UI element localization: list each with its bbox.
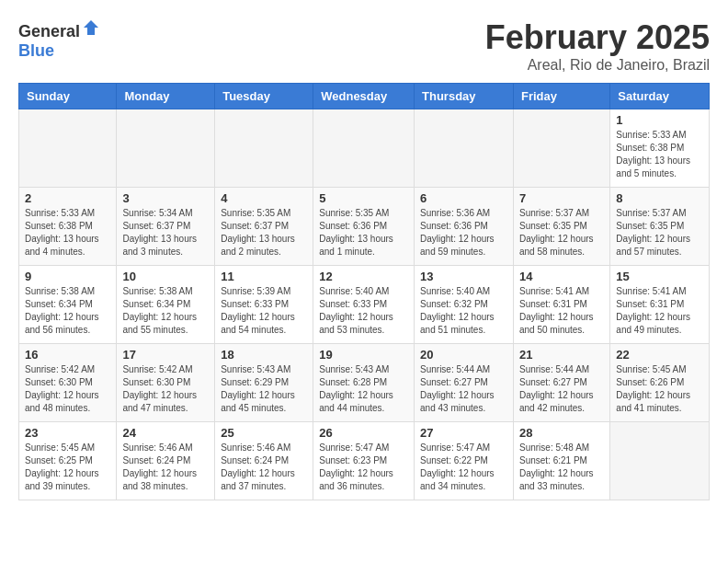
day-info: Sunrise: 5:38 AM Sunset: 6:34 PM Dayligh…: [122, 285, 209, 337]
day-info: Sunrise: 5:34 AM Sunset: 6:37 PM Dayligh…: [122, 207, 209, 259]
logo-text: General Blue: [18, 18, 100, 61]
svg-marker-0: [84, 20, 98, 35]
calendar-cell: 5Sunrise: 5:35 AM Sunset: 6:36 PM Daylig…: [313, 188, 415, 266]
calendar-cell: 9Sunrise: 5:38 AM Sunset: 6:34 PM Daylig…: [19, 266, 117, 344]
day-number: 18: [221, 348, 307, 362]
day-info: Sunrise: 5:43 AM Sunset: 6:29 PM Dayligh…: [221, 363, 307, 415]
day-info: Sunrise: 5:41 AM Sunset: 6:31 PM Dayligh…: [616, 285, 703, 337]
day-number: 20: [420, 348, 507, 362]
day-info: Sunrise: 5:47 AM Sunset: 6:22 PM Dayligh…: [420, 442, 507, 493]
title-area: February 2025 Areal, Rio de Janeiro, Bra…: [485, 18, 710, 74]
day-info: Sunrise: 5:42 AM Sunset: 6:30 PM Dayligh…: [25, 363, 110, 415]
day-number: 5: [319, 191, 408, 205]
calendar-cell: 7Sunrise: 5:37 AM Sunset: 6:35 PM Daylig…: [513, 188, 609, 266]
calendar-cell: 26Sunrise: 5:47 AM Sunset: 6:23 PM Dayli…: [313, 422, 415, 500]
calendar-cell: [19, 109, 117, 188]
calendar-cell: 25Sunrise: 5:46 AM Sunset: 6:24 PM Dayli…: [215, 422, 313, 500]
calendar-cell: 17Sunrise: 5:42 AM Sunset: 6:30 PM Dayli…: [117, 344, 215, 422]
day-number: 24: [122, 426, 209, 440]
day-info: Sunrise: 5:47 AM Sunset: 6:23 PM Dayligh…: [319, 442, 408, 493]
logo-general: General: [18, 22, 80, 40]
day-number: 22: [616, 348, 703, 362]
day-info: Sunrise: 5:33 AM Sunset: 6:38 PM Dayligh…: [616, 129, 703, 180]
calendar-table: SundayMondayTuesdayWednesdayThursdayFrid…: [18, 83, 710, 500]
calendar-cell: [117, 109, 215, 188]
day-info: Sunrise: 5:35 AM Sunset: 6:37 PM Dayligh…: [221, 207, 307, 259]
week-row: 9Sunrise: 5:38 AM Sunset: 6:34 PM Daylig…: [19, 266, 710, 344]
day-number: 13: [420, 270, 507, 283]
day-info: Sunrise: 5:35 AM Sunset: 6:36 PM Dayligh…: [319, 207, 408, 259]
day-number: 16: [25, 348, 110, 362]
day-info: Sunrise: 5:37 AM Sunset: 6:35 PM Dayligh…: [519, 207, 604, 259]
day-number: 9: [25, 270, 110, 283]
day-number: 1: [616, 113, 703, 127]
day-info: Sunrise: 5:45 AM Sunset: 6:26 PM Dayligh…: [616, 363, 703, 415]
day-number: 19: [319, 348, 408, 362]
day-number: 21: [519, 348, 604, 362]
day-number: 4: [221, 191, 307, 205]
day-info: Sunrise: 5:42 AM Sunset: 6:30 PM Dayligh…: [122, 363, 209, 415]
calendar-cell: 13Sunrise: 5:40 AM Sunset: 6:32 PM Dayli…: [415, 266, 514, 344]
day-number: 11: [221, 270, 307, 283]
day-number: 25: [221, 426, 307, 440]
week-row: 2Sunrise: 5:33 AM Sunset: 6:38 PM Daylig…: [19, 188, 710, 266]
weekday-header: Sunday: [19, 84, 117, 109]
week-row: 16Sunrise: 5:42 AM Sunset: 6:30 PM Dayli…: [19, 344, 710, 422]
day-number: 8: [616, 191, 703, 205]
calendar-cell: 14Sunrise: 5:41 AM Sunset: 6:31 PM Dayli…: [513, 266, 609, 344]
day-info: Sunrise: 5:38 AM Sunset: 6:34 PM Dayligh…: [25, 285, 110, 337]
day-number: 3: [122, 191, 209, 205]
day-number: 26: [319, 426, 408, 440]
weekday-header: Friday: [513, 84, 609, 109]
calendar-cell: 28Sunrise: 5:48 AM Sunset: 6:21 PM Dayli…: [513, 422, 609, 500]
calendar-cell: 15Sunrise: 5:41 AM Sunset: 6:31 PM Dayli…: [610, 266, 710, 344]
day-number: 7: [519, 191, 604, 205]
calendar-cell: 10Sunrise: 5:38 AM Sunset: 6:34 PM Dayli…: [117, 266, 215, 344]
calendar-cell: [610, 422, 710, 500]
page-header: General Blue February 2025 Areal, Rio de…: [18, 18, 710, 74]
calendar-cell: 11Sunrise: 5:39 AM Sunset: 6:33 PM Dayli…: [215, 266, 313, 344]
calendar-cell: [415, 109, 514, 188]
day-info: Sunrise: 5:40 AM Sunset: 6:33 PM Dayligh…: [319, 285, 408, 337]
day-number: 12: [319, 270, 408, 283]
calendar-cell: 27Sunrise: 5:47 AM Sunset: 6:22 PM Dayli…: [415, 422, 514, 500]
day-info: Sunrise: 5:44 AM Sunset: 6:27 PM Dayligh…: [519, 363, 604, 415]
calendar-cell: 21Sunrise: 5:44 AM Sunset: 6:27 PM Dayli…: [513, 344, 609, 422]
day-info: Sunrise: 5:33 AM Sunset: 6:38 PM Dayligh…: [25, 207, 110, 259]
calendar-subtitle: Areal, Rio de Janeiro, Brazil: [485, 57, 710, 74]
day-number: 6: [420, 191, 507, 205]
day-info: Sunrise: 5:41 AM Sunset: 6:31 PM Dayligh…: [519, 285, 604, 337]
calendar-title: February 2025: [485, 18, 710, 57]
weekday-header: Tuesday: [215, 84, 313, 109]
day-number: 23: [25, 426, 110, 440]
calendar-cell: [215, 109, 313, 188]
day-number: 28: [519, 426, 604, 440]
calendar-cell: 12Sunrise: 5:40 AM Sunset: 6:33 PM Dayli…: [313, 266, 415, 344]
weekday-header: Wednesday: [313, 84, 415, 109]
calendar-cell: 19Sunrise: 5:43 AM Sunset: 6:28 PM Dayli…: [313, 344, 415, 422]
calendar-cell: 18Sunrise: 5:43 AM Sunset: 6:29 PM Dayli…: [215, 344, 313, 422]
calendar-cell: 3Sunrise: 5:34 AM Sunset: 6:37 PM Daylig…: [117, 188, 215, 266]
calendar-cell: [513, 109, 609, 188]
day-info: Sunrise: 5:44 AM Sunset: 6:27 PM Dayligh…: [420, 363, 507, 415]
day-info: Sunrise: 5:40 AM Sunset: 6:32 PM Dayligh…: [420, 285, 507, 337]
weekday-header: Saturday: [610, 84, 710, 109]
day-number: 10: [122, 270, 209, 283]
day-number: 27: [420, 426, 507, 440]
weekday-header: Thursday: [415, 84, 514, 109]
calendar-cell: 22Sunrise: 5:45 AM Sunset: 6:26 PM Dayli…: [610, 344, 710, 422]
day-number: 15: [616, 270, 703, 283]
calendar-cell: 24Sunrise: 5:46 AM Sunset: 6:24 PM Dayli…: [117, 422, 215, 500]
day-info: Sunrise: 5:46 AM Sunset: 6:24 PM Dayligh…: [122, 442, 209, 493]
calendar-cell: 2Sunrise: 5:33 AM Sunset: 6:38 PM Daylig…: [19, 188, 117, 266]
calendar-cell: 20Sunrise: 5:44 AM Sunset: 6:27 PM Dayli…: [415, 344, 514, 422]
logo-icon: [82, 18, 100, 37]
calendar-cell: 8Sunrise: 5:37 AM Sunset: 6:35 PM Daylig…: [610, 188, 710, 266]
logo-blue: Blue: [18, 41, 54, 60]
day-info: Sunrise: 5:39 AM Sunset: 6:33 PM Dayligh…: [221, 285, 307, 337]
weekday-header: Monday: [117, 84, 215, 109]
calendar-cell: 6Sunrise: 5:36 AM Sunset: 6:36 PM Daylig…: [415, 188, 514, 266]
day-info: Sunrise: 5:46 AM Sunset: 6:24 PM Dayligh…: [221, 442, 307, 493]
header-row: SundayMondayTuesdayWednesdayThursdayFrid…: [19, 84, 710, 109]
calendar-cell: 16Sunrise: 5:42 AM Sunset: 6:30 PM Dayli…: [19, 344, 117, 422]
